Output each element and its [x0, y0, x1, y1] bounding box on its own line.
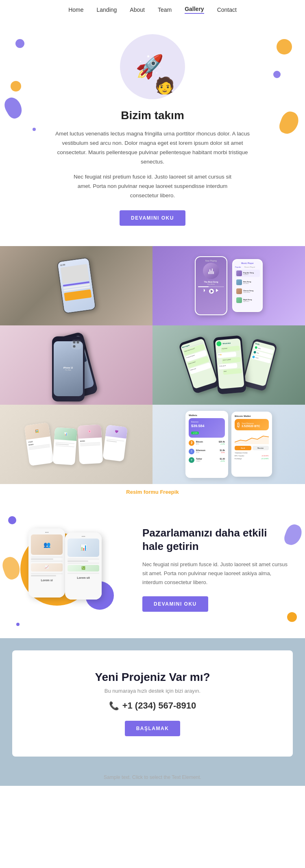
marketing-description: Nec feugiat nisl pretium fusce id. Justo…: [142, 560, 289, 587]
nav-home[interactable]: Home: [68, 7, 83, 13]
footer-sample-text: Sample text. Click to select the Text El…: [0, 769, 305, 786]
gallery-cell-1: 12:00: [0, 246, 152, 325]
gallery-cell-6: Wallets Balance $39.584 +2.4% ₿ Bitcoin: [152, 405, 305, 484]
hero-cta-button[interactable]: DEVAMINI OKU: [120, 210, 185, 226]
cta-section: Yeni Projeniz Var mı? Bu numaraya hızlı …: [0, 638, 305, 769]
navigation: Home Landing About Team Gallery Contact: [0, 0, 305, 18]
hero-title: Bizim takım: [33, 109, 272, 122]
person-icon: 🧑: [155, 76, 175, 95]
blob-orange-left: [11, 81, 21, 92]
nav-about[interactable]: About: [130, 7, 145, 13]
hero-paragraph-2: Nec feugiat nisl pretium fusce id. Justo…: [67, 172, 238, 201]
blob-purple-top-left: [15, 39, 24, 48]
cta-title: Yeni Projeniz Var mı?: [28, 671, 277, 684]
cta-start-button[interactable]: BAŞLAMAK: [125, 721, 181, 736]
gallery-cell-2: Now Playing The Best Song Best Arti: [152, 246, 305, 325]
gallery-caption-link[interactable]: Freepik: [160, 489, 179, 495]
phone-icon: 📞: [109, 701, 119, 711]
blob-purple-left: [2, 95, 26, 121]
gallery-section: 12:00 Now Playing: [0, 246, 305, 500]
gallery-caption: Resim formu Freepik: [0, 484, 305, 500]
hero-illustration: 🚀 🧑: [120, 34, 185, 99]
blob-orange-blob-right: [277, 109, 301, 137]
mblob-purple-top-left: [8, 516, 16, 524]
cta-box: Yeni Projeniz Var mı? Bu numaraya hızlı …: [12, 650, 293, 757]
nav-landing[interactable]: Landing: [96, 7, 117, 13]
cta-subtitle: Bu numaraya hızlı destek için bizi arayı…: [28, 688, 277, 694]
hero-paragraph-1: Amet luctus venenatis lectus magna fring…: [47, 129, 258, 167]
gallery-grid: 12:00 Now Playing: [0, 246, 305, 484]
cta-phone-number: 📞 +1 (234) 567-8910: [28, 700, 277, 711]
marketing-cta-button[interactable]: DEVAMINI OKU: [142, 596, 208, 612]
blob-purple-right: [273, 71, 281, 78]
nav-contact[interactable]: Contact: [217, 7, 237, 13]
hero-section: 🚀 🧑 Bizim takım Amet luctus venenatis le…: [0, 18, 305, 246]
mblob-orange-bottom-right: [287, 612, 297, 622]
blob-orange-right: [277, 39, 292, 55]
gallery-cell-5: 🖼️ YOUR WORK 📊: [0, 405, 152, 484]
nav-team[interactable]: Team: [158, 7, 172, 13]
nav-gallery[interactable]: Gallery: [185, 6, 204, 14]
mblob-dot-bottom-left: [16, 623, 20, 626]
marketing-title: Pazarlamanızı daha etkili hale getirin: [142, 526, 289, 554]
gallery-cell-3: 14:25 iPhone 12 Pro Max: [0, 325, 152, 405]
blob-dot-left: [33, 128, 36, 131]
marketing-section: ●●● 👥 📈 Lorem si ●●● 📊: [0, 500, 305, 638]
gallery-cell-4: Messages Hello! How are you? I'm good th…: [152, 325, 305, 405]
marketing-text: Pazarlamanızı daha etkili hale getirin N…: [142, 526, 289, 612]
marketing-phones: ●●● 👥 📈 Lorem si ●●● 📊: [16, 524, 130, 614]
